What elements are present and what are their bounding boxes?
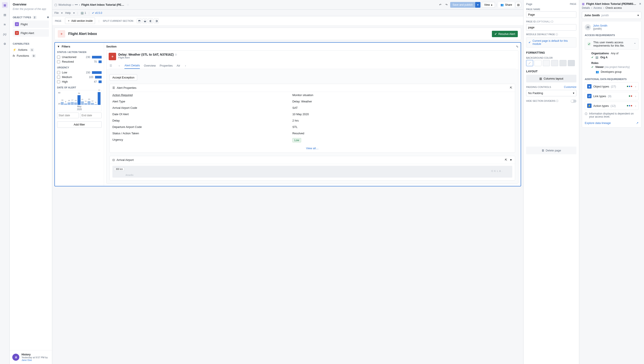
chevron-up-icon[interactable]: ⌃ xyxy=(634,42,636,46)
rail-layers-icon[interactable]: ≋ xyxy=(2,22,8,27)
data-link-types[interactable]: ⇄ Link types (9) › xyxy=(585,92,638,100)
capability-actions[interactable]: ⚡ Actions 1 xyxy=(13,47,49,53)
filter-checkbox[interactable] xyxy=(57,56,60,59)
expand-properties-icon[interactable]: ⇱ xyxy=(510,86,512,89)
rail-settings-icon[interactable]: ⚙ xyxy=(2,41,8,47)
tabs-menu-icon[interactable]: ☰ xyxy=(109,64,113,67)
tab-air[interactable]: Air xyxy=(177,63,180,69)
close-access-panel-icon[interactable]: ✕ xyxy=(639,2,641,6)
bg-swatch-3[interactable] xyxy=(551,60,558,66)
accept-exception-button[interactable]: Accept Exception xyxy=(110,74,137,81)
histogram-bar[interactable]: 15 xyxy=(74,102,77,105)
capability-functions[interactable]: fx Functions 0 xyxy=(13,53,49,59)
data-object-types[interactable]: ◈ Object types (27) › xyxy=(585,82,638,91)
tab-properties[interactable]: Properties xyxy=(160,63,173,69)
version-badge[interactable]: ✔ v0.5.0 xyxy=(92,12,102,15)
object-type-flight[interactable]: ✈ Flight xyxy=(13,21,49,28)
filter-map-icon[interactable]: ▼ xyxy=(510,158,512,161)
tab-overview[interactable]: Overview xyxy=(144,63,156,69)
explore-lineage-link[interactable]: Explore data lineage↗ xyxy=(585,121,638,125)
object-type-flight-alert[interactable]: ✈ Flight Alert xyxy=(13,29,49,37)
tabs-next-icon[interactable]: › xyxy=(184,64,187,67)
rail-app-icon[interactable]: ▦ xyxy=(2,2,8,8)
histogram-bar[interactable]: 15 xyxy=(68,102,70,105)
filter-checkbox[interactable] xyxy=(57,80,60,83)
histogram-bar[interactable]: 11 xyxy=(84,103,87,105)
histogram-bar[interactable]: 59 xyxy=(78,95,80,105)
histogram-bar[interactable]: 17 xyxy=(71,102,74,105)
expand-map-icon[interactable]: ⇱ xyxy=(505,158,507,161)
page-name-input[interactable] xyxy=(526,12,576,18)
help-icon[interactable]: ⓘ xyxy=(556,100,558,102)
histogram-bar[interactable]: 21 xyxy=(81,101,84,105)
file-menu[interactable]: File xyxy=(54,12,58,15)
rail-pages-icon[interactable]: ▤ xyxy=(2,12,8,18)
filter-checkbox[interactable] xyxy=(57,76,60,79)
filter-checkbox[interactable] xyxy=(57,60,60,63)
resolve-alert-button[interactable]: ✔ Resolve Alert xyxy=(492,31,518,37)
filter-option[interactable]: High47 xyxy=(57,79,102,84)
redo-button[interactable]: ↷ xyxy=(444,2,449,8)
save-publish-dropdown[interactable]: ▾ xyxy=(475,2,480,8)
columns-layout-button[interactable]: ▥Columns layout xyxy=(526,75,576,82)
alert-star-icon[interactable]: ☆ xyxy=(174,53,177,56)
bg-swatch-4[interactable] xyxy=(560,60,566,66)
help-icon[interactable]: ⓘ xyxy=(556,33,558,36)
users-icon[interactable]: 🏢 1 xyxy=(80,12,86,15)
share-button[interactable]: 👥 Share xyxy=(498,2,514,8)
histogram-bar[interactable]: 77 xyxy=(98,92,100,105)
hide-dividers-toggle[interactable] xyxy=(571,100,576,103)
add-filter-button[interactable]: Add filter xyxy=(57,121,102,128)
split-right-icon[interactable]: ◨ xyxy=(154,19,159,23)
add-section-button[interactable]: ＋ Add section inside xyxy=(65,18,95,24)
add-object-type-icon[interactable]: ⊕ xyxy=(47,16,49,19)
histogram-bar[interactable]: 23 xyxy=(88,101,90,105)
save-publish-button[interactable]: Save and publish xyxy=(450,2,475,8)
start-date-input[interactable] xyxy=(57,113,79,118)
collapse-icon[interactable]: ⤡ xyxy=(516,45,518,48)
crumb-access[interactable]: Access xyxy=(594,6,602,10)
padding-select[interactable]: No Padding▾ xyxy=(526,90,576,96)
breadcrumb-ellipsis[interactable]: ••• xyxy=(75,3,78,6)
tab-alert-details[interactable]: Alert Details xyxy=(124,62,140,69)
histogram-bar[interactable]: 4 xyxy=(94,104,97,105)
histogram-bar[interactable]: 8 xyxy=(64,104,67,105)
help-menu[interactable]: Help xyxy=(65,12,71,15)
end-date-input[interactable] xyxy=(80,113,102,118)
breadcrumb-workshop[interactable]: Workshop xyxy=(58,3,71,6)
map-scale[interactable]: 300 km xyxy=(114,167,124,171)
histogram-bar[interactable]: 18 xyxy=(61,102,64,105)
filter-option[interactable]: Low150 xyxy=(57,70,102,75)
bg-swatch-1[interactable] xyxy=(534,60,542,66)
star-icon[interactable]: ☆ xyxy=(127,3,129,6)
filter-option[interactable]: Unactioned230 xyxy=(57,55,102,59)
filter-option[interactable]: Medium103 xyxy=(57,75,102,79)
page-id-input[interactable] xyxy=(526,24,576,31)
map-region-label: O K L A . xyxy=(491,170,503,172)
history-user-link[interactable]: Jane Doe xyxy=(22,359,48,361)
split-left-icon[interactable]: ◧ xyxy=(148,19,153,23)
view-all-link[interactable]: View all… xyxy=(110,144,515,152)
user-select[interactable]: John Smith jsmith ▾ xyxy=(582,12,641,19)
rail-variables-icon[interactable]: (x) xyxy=(2,31,8,37)
split-bottom-icon[interactable]: ⬓ xyxy=(142,19,147,23)
customize-link[interactable]: Customize xyxy=(564,86,576,89)
undo-button[interactable]: ↶ xyxy=(438,2,443,8)
filter-option[interactable]: Resolved70 xyxy=(57,59,102,64)
filter-checkbox[interactable] xyxy=(57,71,60,74)
split-top-icon[interactable]: ⬒ xyxy=(137,19,142,23)
tabs-prev-icon[interactable]: ‹ xyxy=(118,64,120,67)
crumb-details[interactable]: Details xyxy=(582,6,590,10)
map-preview[interactable]: 300 km O K L A . Amarillo xyxy=(112,166,512,177)
data-action-types[interactable]: ⚡ Action types (12) › xyxy=(585,102,638,110)
panel-toggle-button[interactable]: ▤ xyxy=(516,2,521,8)
bg-swatch-none[interactable]: ／ xyxy=(526,60,533,66)
bg-swatch-5[interactable] xyxy=(568,60,575,66)
delete-page-button[interactable]: 🗑 Delete page xyxy=(526,147,576,154)
histogram-bar[interactable]: 12 xyxy=(91,103,94,105)
user-name-link[interactable]: John Smith xyxy=(593,24,607,27)
view-button[interactable]: View ▸ xyxy=(482,2,495,8)
help-icon[interactable]: ⓘ xyxy=(551,20,553,23)
purpose-placeholder[interactable]: Enter the purpose of the app xyxy=(10,8,52,14)
bg-swatch-2[interactable] xyxy=(543,60,550,66)
